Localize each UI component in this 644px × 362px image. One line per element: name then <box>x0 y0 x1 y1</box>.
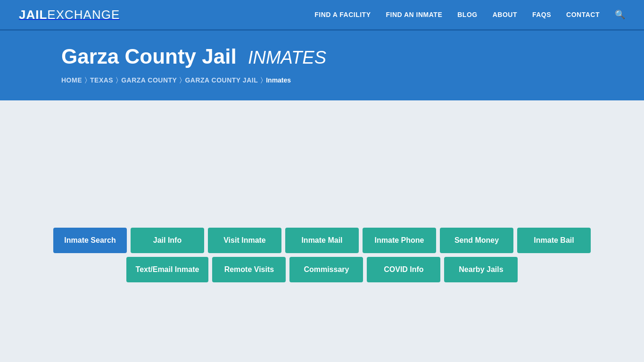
breadcrumb: Home 〉 Texas 〉 Garza County 〉 Garza Coun… <box>61 76 583 84</box>
btn-send-money[interactable]: Send Money <box>440 228 513 253</box>
breadcrumb-texas[interactable]: Texas <box>90 76 113 84</box>
breadcrumb-sep-2: 〉 <box>116 76 118 84</box>
btn-inmate-phone[interactable]: Inmate Phone <box>363 228 436 253</box>
main-nav: FIND A FACILITY FIND AN INMATE BLOG ABOU… <box>314 9 625 20</box>
search-button[interactable]: 🔍 <box>615 9 625 20</box>
site-header: JAILEXCHANGE FIND A FACILITY FIND AN INM… <box>0 0 644 31</box>
breadcrumb-garza-county[interactable]: Garza County <box>121 76 177 84</box>
nav-find-inmate[interactable]: FIND AN INMATE <box>386 11 442 18</box>
breadcrumb-sep-1: 〉 <box>85 76 87 84</box>
nav-about[interactable]: ABOUT <box>493 11 517 18</box>
nav-find-facility[interactable]: FIND A FACILITY <box>314 11 371 18</box>
button-row-1: Inmate Search Jail Info Visit Inmate Inm… <box>19 228 625 253</box>
breadcrumb-sep-3: 〉 <box>180 76 182 84</box>
btn-visit-inmate[interactable]: Visit Inmate <box>208 228 281 253</box>
logo[interactable]: JAILEXCHANGE <box>19 8 120 22</box>
breadcrumb-sep-4: 〉 <box>261 76 263 84</box>
btn-text-email-inmate[interactable]: Text/Email Inmate <box>126 257 209 282</box>
btn-inmate-search[interactable]: Inmate Search <box>53 228 127 253</box>
btn-covid-info[interactable]: COVID Info <box>367 257 440 282</box>
btn-jail-info[interactable]: Jail Info <box>131 228 204 253</box>
nav-contact[interactable]: CONTACT <box>566 11 600 18</box>
btn-remote-visits[interactable]: Remote Visits <box>212 257 286 282</box>
breadcrumb-home[interactable]: Home <box>61 76 82 84</box>
breadcrumb-current: Inmates <box>266 76 291 84</box>
btn-commissary[interactable]: Commissary <box>289 257 363 282</box>
page-title: Garza County Jail INMATES <box>61 45 583 68</box>
hero-section: Garza County Jail INMATES Home 〉 Texas 〉… <box>0 31 644 100</box>
btn-inmate-bail[interactable]: Inmate Bail <box>517 228 591 253</box>
logo-text: JAILEXCHANGE <box>19 8 120 22</box>
nav-blog[interactable]: BLOG <box>457 11 477 18</box>
button-row-2: Text/Email Inmate Remote Visits Commissa… <box>19 257 625 282</box>
nav-faqs[interactable]: FAQs <box>532 11 551 18</box>
btn-inmate-mail[interactable]: Inmate Mail <box>285 228 359 253</box>
btn-nearby-jails[interactable]: Nearby Jails <box>444 257 518 282</box>
content-area <box>19 110 625 228</box>
main-content: Inmate Search Jail Info Visit Inmate Inm… <box>0 100 644 327</box>
breadcrumb-garza-jail[interactable]: Garza County Jail <box>185 76 258 84</box>
